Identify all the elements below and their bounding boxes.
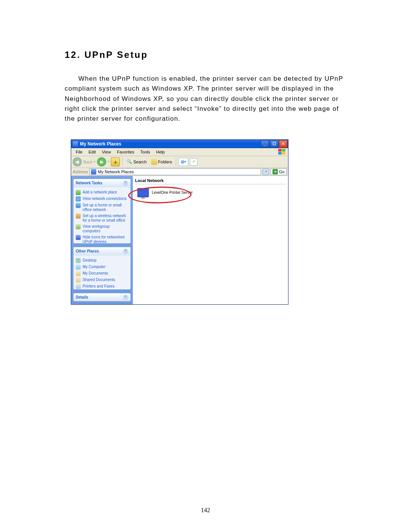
go-button[interactable]: ➜ Go <box>271 168 287 175</box>
close-button[interactable]: ✕ <box>279 140 287 148</box>
documents-icon <box>76 271 81 276</box>
place-label: Shared Documents <box>83 278 115 282</box>
computer-icon <box>76 265 81 270</box>
menu-file[interactable]: File <box>73 149 86 155</box>
windows-logo-icon <box>278 149 287 155</box>
address-value: My Network Places <box>98 169 134 174</box>
forward-dropdown-icon[interactable]: ▾ <box>108 160 109 163</box>
upnp-icon <box>76 235 81 240</box>
folders-label: Folders <box>158 160 172 164</box>
panel-network-tasks: Network Tasks ˄ Add a network place View… <box>73 179 131 243</box>
network-tasks-title: Network Tasks <box>76 181 102 185</box>
device-monitor-icon <box>137 188 149 197</box>
place-my-documents[interactable]: My Documents <box>76 270 128 277</box>
address-field[interactable]: My Network Places <box>89 168 261 175</box>
toolbar-separator <box>122 157 123 166</box>
chevron-up-icon: ˄ <box>123 249 128 254</box>
connections-icon <box>76 197 81 201</box>
device-label: LevelOne Printer Server <box>152 190 193 195</box>
printers-icon <box>76 284 81 289</box>
window-title: My Network Places <box>80 141 261 147</box>
task-label: Set up a home or small office network <box>83 203 128 212</box>
task-setup-home-network[interactable]: Set up a home or small office network <box>76 202 128 213</box>
place-label: My Computer <box>83 265 105 269</box>
chevron-up-icon: ˄ <box>123 181 128 186</box>
menu-favorites[interactable]: Favorites <box>114 149 137 155</box>
device-printer-server[interactable]: LevelOne Printer Server <box>137 188 286 197</box>
task-label: View workgroup computers <box>83 224 128 233</box>
views-button[interactable]: ▦▾ <box>178 158 188 166</box>
workgroup-icon <box>76 224 81 229</box>
task-label: Set up a wireless network for a home or … <box>83 214 128 223</box>
place-label: Desktop <box>83 258 97 263</box>
forward-button[interactable]: ► <box>97 157 106 166</box>
task-label: View network connections <box>83 197 126 201</box>
back-button[interactable]: ◄ <box>73 157 82 166</box>
address-bar: Address My Network Places ▾ ➜ Go <box>71 168 288 176</box>
wireless-icon <box>76 214 81 219</box>
menu-tools[interactable]: Tools <box>137 149 153 155</box>
minimize-button[interactable]: _ <box>261 140 269 148</box>
address-location-icon <box>91 169 96 174</box>
sync-button[interactable]: ✓ <box>190 158 198 166</box>
network-places-icon <box>73 141 78 147</box>
panel-other-places: Other Places ˄ Desktop My Computer My Do… <box>73 247 131 289</box>
panel-head-other-places[interactable]: Other Places ˄ <box>73 247 131 256</box>
chevron-down-icon: ˅ <box>123 295 128 300</box>
search-label: Search <box>133 160 147 164</box>
task-label: Hide icons for networked UPnP devices <box>83 235 128 243</box>
maximize-button[interactable]: ☐ <box>270 140 278 148</box>
address-label: Address <box>73 169 88 174</box>
task-view-workgroup[interactable]: View workgroup computers <box>76 224 128 234</box>
task-view-network-connections[interactable]: View network connections <box>76 196 128 202</box>
up-button[interactable]: ▲ <box>111 157 120 166</box>
place-my-computer[interactable]: My Computer <box>76 264 128 270</box>
shared-docs-icon <box>76 278 81 283</box>
home-network-icon <box>76 203 81 208</box>
place-desktop[interactable]: Desktop <box>76 257 128 264</box>
toolbar: ◄ Back ▾ ► ▾ ▲ 🔍 Search Folders ▦▾ ✓ <box>71 156 288 168</box>
screenshot-my-network-places: My Network Places _ ☐ ✕ File Edit View F… <box>71 139 288 305</box>
panel-head-network-tasks[interactable]: Network Tasks ˄ <box>73 179 131 187</box>
menu-edit[interactable]: Edit <box>86 149 99 155</box>
panel-details: Details ˅ <box>73 293 131 301</box>
panel-head-details[interactable]: Details ˅ <box>73 293 131 301</box>
content-area: Local Network LevelOne Printer Server <box>133 176 288 304</box>
task-hide-upnp-icons[interactable]: Hide icons for networked UPnP devices <box>76 234 128 243</box>
sidebar: Network Tasks ˄ Add a network place View… <box>71 176 133 304</box>
section-paragraph: When the UPnP function is enabled, the p… <box>65 74 346 124</box>
group-local-network: Local Network <box>135 177 286 184</box>
menu-view[interactable]: View <box>99 149 114 155</box>
menu-bar: File Edit View Favorites Tools Help <box>71 148 288 156</box>
place-shared-documents[interactable]: Shared Documents <box>76 277 128 283</box>
section-heading: 12. UPnP Setup <box>65 50 346 60</box>
task-label: Add a network place <box>83 190 117 195</box>
place-label: My Documents <box>83 271 108 276</box>
folders-button[interactable]: Folders <box>150 158 174 166</box>
folders-icon <box>151 159 157 165</box>
menu-help[interactable]: Help <box>153 149 168 155</box>
details-title: Details <box>76 295 88 299</box>
back-label: Back <box>83 160 92 164</box>
search-button[interactable]: 🔍 Search <box>125 158 148 166</box>
place-printers-faxes[interactable]: Printers and Faxes <box>76 283 128 289</box>
desktop-icon <box>76 258 81 263</box>
address-dropdown-icon[interactable]: ▾ <box>263 168 269 175</box>
task-setup-wireless[interactable]: Set up a wireless network for a home or … <box>76 213 128 224</box>
other-places-title: Other Places <box>76 249 99 253</box>
page-number: 142 <box>0 507 411 514</box>
task-add-network-place[interactable]: Add a network place <box>76 189 128 196</box>
place-label: Printers and Faxes <box>83 284 115 289</box>
window-titlebar[interactable]: My Network Places _ ☐ ✕ <box>71 140 288 148</box>
search-icon: 🔍 <box>126 159 132 165</box>
go-label: Go <box>279 169 285 174</box>
toolbar-separator <box>176 157 176 166</box>
back-dropdown-icon[interactable]: ▾ <box>94 160 96 163</box>
go-icon: ➜ <box>272 169 278 174</box>
add-place-icon <box>76 190 81 195</box>
